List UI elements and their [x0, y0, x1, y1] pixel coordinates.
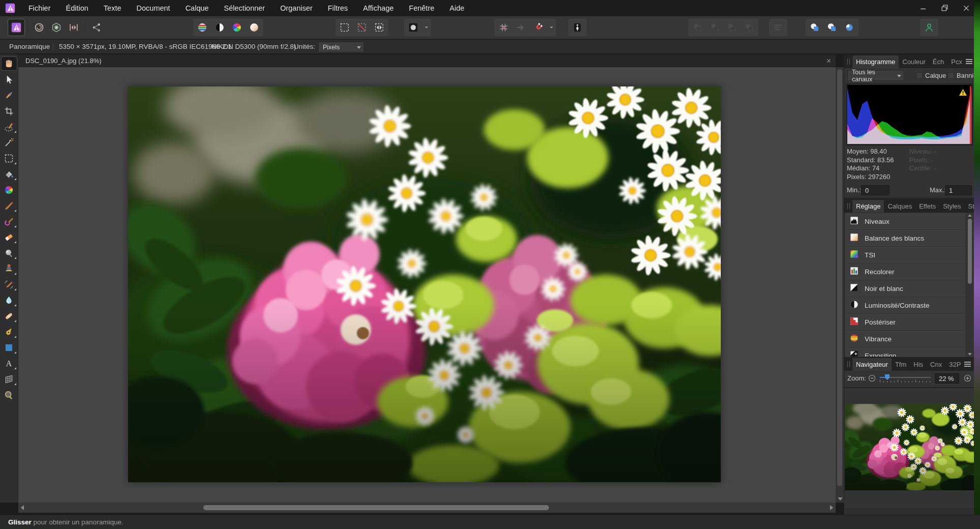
scroll-left-icon[interactable] [21, 505, 24, 510]
marquee-tool[interactable] [2, 152, 17, 165]
adjust-panel-tab-styles[interactable]: Styles [939, 200, 964, 213]
adjustment-balance-des-blancs[interactable]: Balance des blancs [845, 230, 965, 246]
navigator-panel-tab-tfm[interactable]: Tfm [892, 358, 910, 371]
blur-tool[interactable] [2, 293, 17, 307]
menu-filtres[interactable]: Filtres [320, 0, 355, 16]
auto-white-balance-button[interactable] [246, 19, 262, 36]
text-tool[interactable]: A [2, 357, 17, 370]
navigator-panel-tab-cnx[interactable]: Cnx [927, 358, 945, 371]
auto-colour-button[interactable] [229, 19, 245, 36]
adjust-panel-tab-reglage[interactable]: Réglage [852, 200, 884, 213]
histogram-panel-menu-icon[interactable] [966, 59, 972, 64]
healing-brush-tool[interactable] [2, 309, 17, 322]
scroll-down-icon[interactable] [968, 353, 972, 356]
adjustment-niveaux[interactable]: Niveaux [845, 213, 965, 229]
horizontal-scrollbar-thumb[interactable] [203, 505, 549, 510]
menu-edition[interactable]: Édition [58, 0, 96, 16]
minimize-button[interactable] [913, 0, 934, 16]
account-button[interactable] [921, 19, 937, 36]
histogram-panel-tab-pcx[interactable]: Pcx [947, 55, 966, 68]
navigator-panel-tab-32p[interactable]: 32P [945, 358, 964, 371]
zoom-out-button[interactable] [868, 374, 876, 383]
adjustments-scrollbar-thumb[interactable] [968, 219, 972, 284]
zoom-value-input[interactable]: 22 % [935, 373, 959, 384]
adjust-panel-tab-stock[interactable]: Stock [965, 200, 974, 213]
view-tool[interactable] [2, 57, 17, 70]
snapping-grid-button[interactable] [496, 19, 512, 36]
boolean-intersect-button[interactable] [841, 19, 858, 36]
develop-persona-button[interactable] [48, 19, 65, 36]
boolean-subtract-button[interactable] [824, 19, 840, 36]
adjust-panel-tab-calques[interactable]: Calques [884, 200, 915, 213]
menu-texte[interactable]: Texte [96, 0, 129, 16]
restore-button[interactable] [934, 0, 956, 16]
banner-checkbox[interactable] [947, 72, 954, 79]
erase-tool[interactable] [2, 230, 17, 244]
adjustments-scrollbar[interactable] [966, 213, 973, 357]
clone-brush-tool[interactable] [2, 262, 17, 275]
dodge-brush-tool[interactable] [2, 246, 17, 259]
canvas-workspace[interactable] [18, 67, 836, 503]
histogram-panel-drag-grip[interactable] [847, 58, 850, 65]
menu-affichage[interactable]: Affichage [355, 0, 401, 16]
liquify-persona-button[interactable] [31, 19, 47, 36]
adjust-panel-drag-grip[interactable] [847, 203, 850, 209]
navigator-panel-drag-grip[interactable] [847, 361, 850, 367]
shape-tool[interactable] [2, 341, 17, 354]
adjustment-vibrance[interactable]: Vibrance [845, 331, 965, 347]
menu-document[interactable]: Document [129, 0, 178, 16]
horizontal-scrollbar[interactable] [18, 503, 836, 513]
zoom-tool[interactable] [2, 388, 17, 401]
document-image[interactable] [128, 86, 721, 482]
scroll-right-icon[interactable] [830, 505, 833, 510]
channel-dropdown[interactable]: Tous les canaux [847, 70, 904, 81]
colour-replacement-brush-tool[interactable] [2, 215, 17, 228]
adjustment-exposition[interactable]: Exposition [845, 347, 965, 357]
gradient-tool[interactable] [2, 183, 17, 196]
histogram-panel-tab-ech[interactable]: Éch [929, 55, 947, 68]
navigator-panel-menu-icon[interactable] [964, 362, 971, 367]
zoom-in-button[interactable] [963, 374, 972, 383]
panel-resize-strip[interactable] [844, 508, 974, 515]
adjustment-noir-et-blanc[interactable]: Noir et blanc [845, 280, 965, 297]
histogram-panel-tab-histogramme[interactable]: Histogramme [852, 55, 899, 68]
menu-selectionner[interactable]: Sélectionner [217, 0, 273, 16]
scroll-up-icon[interactable] [968, 214, 972, 217]
menu-fichier[interactable]: Fichier [21, 0, 58, 16]
adjustment-tsi[interactable]: TSI [845, 247, 965, 263]
vertical-scrollbar-thumb[interactable] [837, 69, 842, 486]
scroll-down-icon[interactable] [838, 497, 843, 501]
units-dropdown[interactable]: Pixels [318, 42, 364, 52]
adjustment-luminosite-contraste[interactable]: Luminosité/Contraste [845, 297, 965, 313]
flood-select-tool[interactable] [2, 136, 17, 149]
max-input[interactable]: 1 [945, 185, 972, 195]
auto-levels-button[interactable] [194, 19, 210, 36]
navigator-panel-tab-navigateur[interactable]: Navigateur [852, 358, 892, 371]
quick-mask-button[interactable] [405, 19, 421, 36]
colour-picker-tool[interactable] [2, 89, 17, 102]
crop-tool[interactable] [2, 104, 17, 117]
photo-persona-button[interactable] [8, 19, 24, 36]
boolean-add-button[interactable] [807, 19, 823, 36]
document-tab[interactable]: DSC_0190_A.jpg (21.8%) [25, 54, 102, 67]
adjustment-posteriser[interactable]: Postériser [845, 314, 965, 330]
export-persona-button[interactable] [88, 19, 105, 36]
flood-fill-tool[interactable] [2, 167, 17, 181]
tab-close-icon[interactable] [825, 57, 833, 67]
deselect-button[interactable] [354, 19, 370, 36]
auto-contrast-button[interactable] [211, 19, 228, 36]
snapping-magnet-button[interactable] [530, 19, 546, 36]
quick-mask-caret-icon[interactable] [422, 19, 430, 36]
paint-brush-tool[interactable] [2, 199, 17, 212]
zoom-slider[interactable] [880, 374, 931, 383]
pen-tool[interactable] [2, 325, 17, 338]
mesh-warp-tool[interactable] [2, 372, 17, 386]
select-all-button[interactable] [336, 19, 353, 36]
tone-mapping-persona-button[interactable] [66, 19, 82, 36]
menu-fenetre[interactable]: Fenêtre [402, 0, 442, 16]
menu-calque[interactable]: Calque [178, 0, 217, 16]
navigator-panel-tab-his[interactable]: His [910, 358, 927, 371]
histogram-panel-tab-couleur[interactable]: Couleur [899, 55, 929, 68]
invert-selection-button[interactable] [371, 19, 387, 36]
move-tool[interactable] [2, 73, 17, 86]
